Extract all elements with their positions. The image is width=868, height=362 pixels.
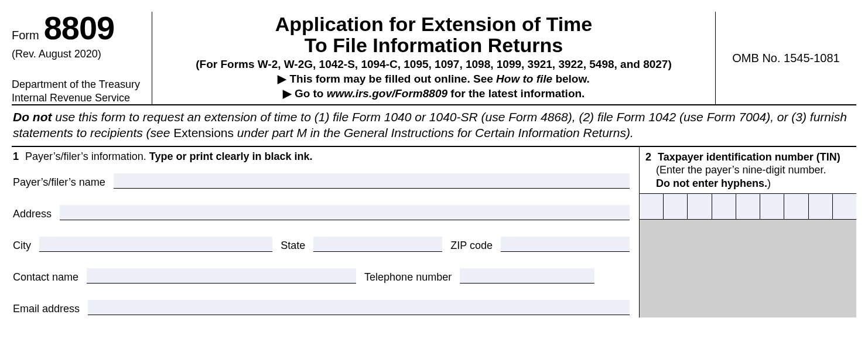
tin-digit-7[interactable] bbox=[784, 194, 808, 219]
state-input[interactable] bbox=[313, 237, 442, 252]
zip-label: ZIP code bbox=[450, 240, 493, 252]
phone-label: Telephone number bbox=[364, 271, 452, 284]
shaded-area bbox=[640, 219, 856, 317]
payer-name-input[interactable] bbox=[114, 173, 630, 189]
tin-digit-grid[interactable] bbox=[640, 193, 856, 219]
city-input[interactable] bbox=[39, 237, 272, 252]
phone-input[interactable] bbox=[460, 268, 594, 284]
forms-list: (For Forms W-2, W-2G, 1042-S, 1094-C, 10… bbox=[160, 58, 707, 71]
form-title-line1: Application for Extension of Time bbox=[160, 14, 707, 35]
box-2-tin: 2 Taxpayer identification number (TIN) (… bbox=[640, 147, 856, 317]
note-online: ▶ This form may be filled out online. Se… bbox=[160, 72, 707, 86]
omb-number: OMB No. 1545-1081 bbox=[716, 12, 856, 104]
contact-label: Contact name bbox=[13, 271, 78, 284]
box-2-heading: 2 Taxpayer identification number (TIN) (… bbox=[640, 147, 856, 194]
tin-digit-8[interactable] bbox=[809, 194, 833, 219]
form-number: 8809 bbox=[44, 12, 115, 45]
header-center: Application for Extension of Time To Fil… bbox=[152, 12, 716, 104]
tin-digit-5[interactable] bbox=[736, 194, 760, 219]
address-label: Address bbox=[13, 208, 52, 220]
state-label: State bbox=[281, 240, 305, 252]
form-word: Form bbox=[12, 29, 39, 42]
tin-digit-6[interactable] bbox=[760, 194, 784, 219]
address-input[interactable] bbox=[60, 205, 630, 220]
do-not-warning: Do not use this form to request an exten… bbox=[12, 105, 856, 147]
form-8809: Form 8809 (Rev. August 2020) Department … bbox=[12, 12, 856, 317]
tin-digit-1[interactable] bbox=[640, 194, 664, 219]
department-block: Department of the Treasury Internal Reve… bbox=[12, 78, 147, 104]
form-title-line2: To File Information Returns bbox=[160, 35, 707, 56]
email-label: Email address bbox=[13, 303, 80, 315]
city-label: City bbox=[13, 240, 31, 252]
form-header: Form 8809 (Rev. August 2020) Department … bbox=[12, 12, 856, 105]
header-left: Form 8809 (Rev. August 2020) Department … bbox=[12, 12, 152, 104]
tin-digit-9[interactable] bbox=[833, 194, 856, 219]
arrow-icon: ▶ bbox=[278, 73, 286, 85]
arrow-icon: ▶ bbox=[283, 87, 292, 100]
email-input[interactable] bbox=[88, 300, 630, 315]
tin-digit-2[interactable] bbox=[664, 194, 688, 219]
tin-digit-3[interactable] bbox=[688, 194, 712, 219]
main-section: 1 Payer’s/filer’s information. Type or p… bbox=[12, 147, 856, 317]
name-label: Payer’s/filer’s name bbox=[13, 176, 105, 189]
box-1-heading: 1 Payer’s/filer’s information. Type or p… bbox=[13, 151, 630, 163]
tin-digit-4[interactable] bbox=[712, 194, 736, 219]
revision-date: (Rev. August 2020) bbox=[12, 48, 147, 60]
note-url: ▶ Go to www.irs.gov/Form8809 for the lat… bbox=[160, 87, 707, 100]
box-1-payer-info: 1 Payer’s/filer’s information. Type or p… bbox=[12, 147, 640, 317]
contact-name-input[interactable] bbox=[87, 268, 356, 284]
dept-line-1: Department of the Treasury bbox=[12, 78, 147, 91]
dept-line-2: Internal Revenue Service bbox=[12, 91, 147, 105]
zip-input[interactable] bbox=[501, 237, 630, 252]
